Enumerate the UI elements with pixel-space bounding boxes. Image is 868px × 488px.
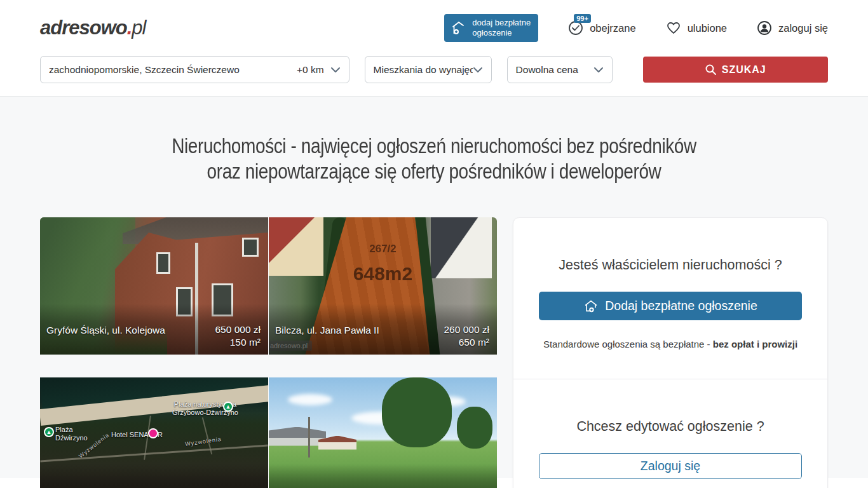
main-content: Nieruchomości - najwięcej ogłoszeń nieru… [0, 97, 868, 478]
chevron-down-icon [473, 67, 483, 73]
listing-caption: Dźwirzyno, ul. Wyzwolenia zapytaj [40, 464, 268, 488]
radius-dropdown[interactable]: +0 km [297, 64, 341, 76]
listing-location: Bilcza, ul. Jana Pawła II [275, 323, 379, 336]
listing-card[interactable]: Gryfów Śląski, ul. Kolejowa 650 000 zł 1… [40, 217, 268, 355]
owner-section-title: Jesteś właścicielem nieruchomości ? [539, 257, 802, 273]
plot-area-label: 648m2 [269, 263, 497, 285]
nav-favorites[interactable]: ulubione [665, 20, 727, 36]
top-nav: dodaj bezpłatne ogłoszenie 99+ obejrzane… [444, 14, 828, 41]
magnifier-icon [705, 64, 717, 76]
sidebar-login-button[interactable]: Zaloguj się [539, 453, 802, 479]
radius-value: +0 km [297, 64, 324, 76]
house-plus-icon [583, 299, 599, 314]
sidebar-add-listing-label: Dodaj bezpłatne ogłoszenie [605, 299, 757, 313]
listing-card[interactable]: Grojec, ul. Bagienna 801 000 zł [269, 377, 497, 488]
chevron-down-icon [330, 67, 341, 73]
edit-section-title: Chcesz edytować ogłoszenie ? [539, 419, 802, 435]
location-input[interactable]: zachodniopomorskie, Szczecin Świerczewo … [40, 56, 349, 83]
plot-number-label: 267/2 [269, 243, 497, 255]
map-pin-green-icon: ▲ [44, 427, 54, 437]
map-street-label: Wyzwolenia [185, 436, 222, 447]
add-listing-button[interactable]: dodaj bezpłatne ogłoszenie [444, 14, 538, 41]
photo-tree [382, 377, 452, 447]
listing-area: 650 m² [459, 337, 489, 348]
nav-login-label: zaloguj się [778, 22, 828, 34]
heart-icon [665, 20, 682, 36]
listing-caption: Bilcza, ul. Jana Pawła II 260 000 zł 650… [269, 304, 497, 355]
listings-grid: Gryfów Śląski, ul. Kolejowa 650 000 zł 1… [40, 217, 497, 488]
nav-login[interactable]: zaloguj się [756, 20, 828, 36]
nav-viewed-label: obejrzane [590, 22, 635, 34]
add-listing-label-line1: dodaj bezpłatne [472, 18, 531, 27]
listing-card[interactable]: 267/2 648m2 adresowo.pl Bilcza, ul. Jana… [269, 217, 497, 355]
sidebar-add-listing-button[interactable]: Dodaj bezpłatne ogłoszenie [539, 292, 802, 320]
listing-price: 650 000 zł [215, 324, 261, 335]
listing-card[interactable]: Plaża naturystyczna Grzybowo-Dźwirzyno ▲… [40, 377, 268, 488]
photo-window [156, 252, 170, 274]
page-title: Nieruchomości - najwięcej ogłoszeń nieru… [65, 133, 803, 184]
search-button-label: SZUKAJ [722, 64, 766, 76]
listing-location: Gryfów Śląski, ul. Kolejowa [46, 323, 165, 336]
nav-favorites-label: ulubione [688, 22, 727, 34]
photo-house [269, 427, 326, 446]
sidebar: Jesteś właścicielem nieruchomości ? [513, 217, 828, 488]
chevron-down-icon [593, 67, 604, 73]
nav-viewed[interactable]: 99+ obejrzane [567, 20, 635, 36]
edit-section: Chcesz edytować ogłoszenie ? Zaloguj się… [513, 379, 827, 488]
viewed-count-badge: 99+ [574, 14, 591, 23]
logo-name: adresowo [40, 17, 127, 39]
person-circle-icon [756, 20, 773, 36]
logo-tld: pl [132, 17, 146, 39]
photo-power-pole [308, 417, 310, 458]
category-value: Mieszkania do wynajęc [374, 64, 473, 76]
map-pin-green-icon: ▲ [223, 402, 233, 412]
search-button[interactable]: SZUKAJ [643, 57, 828, 83]
logo[interactable]: adresowo.pl [40, 17, 146, 39]
map-pin-pink-icon [148, 428, 158, 438]
category-select[interactable]: Mieszkania do wynajęc [365, 56, 492, 83]
map-label-beach-left: Plaża Dźwirzyno [55, 426, 88, 442]
price-select[interactable]: Dowolna cena [507, 56, 613, 83]
listing-caption: Gryfów Śląski, ul. Kolejowa 650 000 zł 1… [40, 304, 268, 355]
listing-area: 150 m² [230, 337, 261, 348]
owner-section: Jesteś właścicielem nieruchomości ? [513, 218, 827, 379]
listing-price: 260 000 zł [444, 324, 489, 335]
listing-caption: Grojec, ul. Bagienna 801 000 zł [269, 464, 497, 488]
photo-cloud [288, 394, 332, 405]
sidebar-card: Jesteś właścicielem nieruchomości ? [513, 217, 828, 488]
owner-note: Standardowe ogłoszenia są bezpłatne - be… [539, 339, 802, 349]
page-title-line1: Nieruchomości - najwięcej ogłoszeń nieru… [172, 134, 696, 158]
search-bar: zachodniopomorskie, Szczecin Świerczewo … [40, 56, 828, 96]
price-value: Dowolna cena [516, 64, 578, 76]
location-value: zachodniopomorskie, Szczecin Świerczewo [49, 64, 240, 76]
photo-window [242, 238, 259, 257]
page-title-line2: oraz niepowtarzające się oferty pośredni… [207, 159, 661, 183]
map-road [40, 444, 268, 462]
add-listing-label-line2: ogłoszenie [472, 28, 512, 37]
add-listing-label: dodaj bezpłatne ogłoszenie [472, 18, 531, 37]
check-circle-icon: 99+ [567, 20, 584, 36]
header: adresowo.pl dodaj bezpłatne ogłoszenie [40, 0, 828, 56]
house-plus-icon [451, 20, 467, 36]
photo-tree [457, 407, 492, 449]
